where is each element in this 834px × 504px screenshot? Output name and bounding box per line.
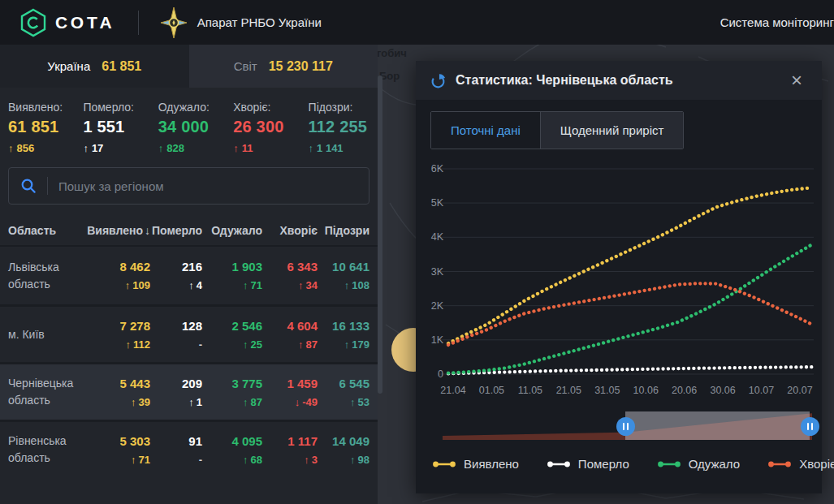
slider-selection[interactable] xyxy=(625,411,810,441)
country-tab-label: Україна xyxy=(47,59,90,73)
cell-value: 216 xyxy=(150,260,202,274)
cell-value: 128 xyxy=(150,319,202,333)
stat-delta: ↑11 xyxy=(233,142,308,154)
legend-line-icon xyxy=(767,460,792,468)
cell-delta: ↑71 xyxy=(202,279,262,291)
delta-value: 87 xyxy=(306,338,318,351)
cell-delta: - xyxy=(150,338,202,351)
delta-value: 3 xyxy=(312,454,318,466)
country-tab-world[interactable]: Світ15 230 117 xyxy=(189,45,378,88)
stat-delta: ↑856 xyxy=(8,142,83,154)
region-name: Львівська область xyxy=(8,259,87,293)
table-row[interactable]: Чернівецька область5 443↑39209↑13 775↑87… xyxy=(0,362,378,420)
delta-value: 53 xyxy=(358,396,369,408)
scrollbar-thumb[interactable] xyxy=(378,75,382,394)
region-search[interactable] xyxy=(8,167,369,205)
region-name: м. Київ xyxy=(8,326,87,343)
column-header[interactable]: Померло xyxy=(150,224,202,237)
x-axis-tick: 20.06 xyxy=(672,385,697,396)
delta-up-icon: ↑ xyxy=(243,454,248,466)
cell-delta: ↑71 xyxy=(87,454,150,466)
country-tab-ukraine[interactable]: Україна61 851 xyxy=(0,45,189,88)
delta-up-icon: ↑ xyxy=(344,338,350,351)
x-axis-tick: 30.06 xyxy=(710,385,735,396)
legend-item-3[interactable]: Одужало xyxy=(657,457,740,471)
cell-value: 1 459 xyxy=(262,377,318,390)
table-row[interactable]: Рівненська область5 303↑7191-4 095↑681 1… xyxy=(0,420,378,477)
cell-value: 5 303 xyxy=(87,434,150,448)
y-axis-tick: 6K xyxy=(431,163,444,174)
y-axis-tick: 3K xyxy=(431,266,444,278)
cell-value: 7 278 xyxy=(87,319,150,333)
column-header[interactable]: Одужало xyxy=(202,224,262,237)
cell-delta: ↑112 xyxy=(87,338,150,351)
sota-logo-icon xyxy=(19,8,47,37)
column-header[interactable]: Виявлено↓ xyxy=(87,224,150,237)
delta-up-icon: ↑ xyxy=(131,454,136,466)
table-row[interactable]: Львівська область8 462↑109216↑41 903↑716… xyxy=(0,247,378,304)
series-Виявлено xyxy=(448,187,812,343)
cell-delta: ↑109 xyxy=(87,279,150,291)
delta-down-icon: ↓ xyxy=(295,396,300,408)
delta-up-icon: ↑ xyxy=(8,142,14,154)
delta-up-icon: ↑ xyxy=(243,279,248,291)
delta-value: 179 xyxy=(352,338,369,351)
legend-line-icon xyxy=(547,460,571,468)
search-divider xyxy=(47,177,48,195)
stat-block: Померло:1 551↑17 xyxy=(83,101,158,154)
time-range-slider[interactable] xyxy=(443,410,812,444)
delta-up-icon: ↑ xyxy=(158,142,164,154)
slider-handle-right[interactable] xyxy=(801,417,819,436)
rnbo-emblem-icon xyxy=(160,6,188,39)
legend-label: Виявлено xyxy=(464,457,519,471)
legend-label: Хворіє xyxy=(799,457,834,471)
cell-value: 8 462 xyxy=(87,260,150,274)
cell-delta: ↑25 xyxy=(202,338,262,351)
column-header[interactable]: Підозри xyxy=(318,224,369,237)
system-title: Система моніторинг xyxy=(720,0,834,45)
table-cell: 209↑1 xyxy=(150,377,202,408)
search-input[interactable] xyxy=(58,179,369,193)
tab-daily-growth[interactable]: Щоденний приріст xyxy=(540,112,684,149)
header-divider xyxy=(138,11,139,35)
x-axis-tick: 10.06 xyxy=(633,385,659,396)
cell-value: 14 049 xyxy=(318,434,369,448)
legend-item-2[interactable]: Померло xyxy=(547,457,629,471)
cell-delta: ↑53 xyxy=(318,396,369,408)
y-axis-tick: 5K xyxy=(431,197,444,209)
table-cell: 10 641↑108 xyxy=(318,260,369,291)
country-tab-value: 61 851 xyxy=(102,59,141,74)
delta-value: 34 xyxy=(306,279,318,291)
table-cell: 2 546↑25 xyxy=(202,319,262,351)
cell-delta: ↓-49 xyxy=(262,396,318,408)
panel-scrollbar[interactable] xyxy=(377,45,383,504)
column-header[interactable]: Хворіє xyxy=(262,224,318,237)
table-cell: 216↑4 xyxy=(150,260,202,291)
summary-stats: Виявлено:61 851↑856Померло:1 551↑17Одужа… xyxy=(0,88,378,154)
legend-item-4[interactable]: Хворіє xyxy=(767,457,834,471)
delta-value: 856 xyxy=(17,142,35,154)
table-cell: 4 095↑68 xyxy=(202,434,262,466)
table-cell: 5 443↑39 xyxy=(87,377,150,408)
close-icon[interactable]: × xyxy=(786,71,807,90)
popup-tabs: Поточні даніЩоденний приріст xyxy=(430,111,684,149)
cell-delta: ↑68 xyxy=(202,454,262,466)
legend-item-1[interactable]: Виявлено xyxy=(432,457,519,471)
x-axis-tick: 20.07 xyxy=(787,385,812,396)
legend-line-icon xyxy=(432,460,456,468)
delta-up-icon: ↑ xyxy=(350,454,356,466)
stat-label: Підозри: xyxy=(309,101,378,114)
chart-legend: ВиявленоПомерлоОдужалоХворіє xyxy=(432,457,834,471)
table-cell: 14 049↑98 xyxy=(318,434,369,466)
column-header[interactable]: Область xyxy=(8,224,87,237)
tab-current-data[interactable]: Поточні дані xyxy=(431,112,540,149)
cell-value: 2 546 xyxy=(202,319,262,333)
series-Хворіє xyxy=(448,283,812,345)
delta-value: 98 xyxy=(358,454,369,466)
cell-delta: ↑87 xyxy=(202,396,262,408)
table-row[interactable]: м. Київ7 278↑112128-2 546↑254 604↑8716 1… xyxy=(0,304,378,362)
stat-value: 34 000 xyxy=(158,118,233,136)
table-cell: 7 278↑112 xyxy=(87,319,150,351)
delta-value: 17 xyxy=(92,142,103,154)
x-axis-tick: 01.05 xyxy=(479,385,504,396)
